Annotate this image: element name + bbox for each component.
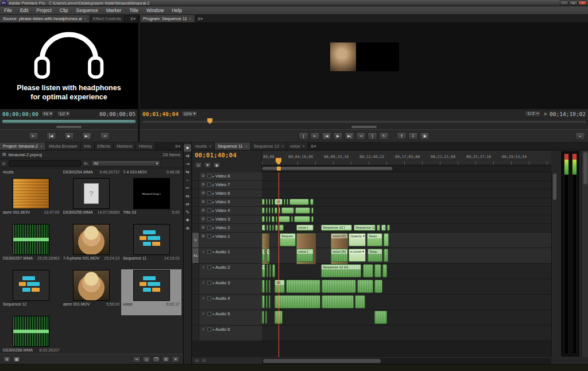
timeline-clip-s[interactable]: S (262, 225, 265, 231)
scrollbar-thumb[interactable] (583, 152, 587, 184)
program-scrub-area[interactable] (140, 118, 588, 125)
tab-history[interactable]: History (136, 142, 155, 150)
source-patch-indicator[interactable]: V (192, 233, 199, 248)
timeline-clip[interactable] (262, 216, 265, 222)
timeline-clip[interactable] (266, 280, 268, 293)
close-tab-icon[interactable]: × (245, 144, 247, 148)
tab-media-browser[interactable]: Media Browser (46, 142, 81, 150)
timeline-clip[interactable] (374, 280, 382, 293)
hand-tool[interactable]: ❖ (184, 217, 191, 224)
zoom-handle[interactable] (56, 126, 82, 128)
source-scrub-area[interactable] (0, 118, 138, 125)
timeline-clip[interactable] (272, 207, 273, 214)
tab-effect-controls[interactable]: Effect Controls (90, 15, 125, 22)
menu-project[interactable]: Project (32, 6, 55, 14)
menu-window[interactable]: Window (142, 6, 168, 14)
track-header-audio-6[interactable]: ♪▾Audio 6 (192, 326, 262, 341)
timeline-clip[interactable] (382, 264, 387, 277)
expand-track-chevron[interactable]: ▸ (212, 200, 214, 204)
set-out-button[interactable]: } (368, 132, 377, 140)
menu-file[interactable]: File (0, 6, 16, 14)
timeline-clip[interactable] (311, 207, 314, 214)
timeline-clip[interactable] (276, 216, 277, 222)
timeline-clip[interactable] (266, 199, 268, 205)
scrollbar-thumb[interactable] (263, 359, 381, 363)
sequence-tab-sequence-11[interactable]: Sequence 11× (215, 142, 251, 150)
play-button[interactable]: ▶ (333, 132, 343, 140)
source-patch-indicator[interactable] (192, 279, 199, 294)
timeline-clip-s[interactable]: S (262, 264, 265, 277)
timeline-clip[interactable] (269, 295, 270, 308)
source-patch-indicator[interactable] (192, 295, 199, 310)
timeline-clip-sequ[interactable]: Sequ (368, 249, 382, 262)
source-patch-indicator[interactable] (192, 215, 199, 223)
timeline-clip[interactable] (286, 280, 320, 293)
lock-track-toggle[interactable] (207, 208, 211, 212)
expand-track-chevron[interactable]: ▸ (212, 191, 214, 195)
track-header-audio-1[interactable]: A1♪▾Audio 1 (192, 248, 262, 264)
project-item-asmr-001-mov[interactable]: asmr 001.MOV5;56;00 (61, 269, 122, 315)
project-item-ds300257-wma[interactable]: DS300257.WMA15;05;18963 (1, 223, 61, 269)
lock-track-toggle[interactable] (207, 250, 211, 254)
timeline-clip-voice-a[interactable]: voice [A] (331, 249, 348, 262)
rate-stretch-tool[interactable]: ⇔ (184, 176, 191, 184)
filter-select[interactable]: All ▾ (91, 160, 160, 167)
source-patch-indicator[interactable] (192, 264, 199, 279)
menu-marker[interactable]: Marker (102, 6, 125, 14)
extract-button[interactable]: ↧ (408, 132, 418, 140)
razor-tool[interactable]: ✂ (184, 184, 191, 192)
scrollbar-thumb[interactable] (553, 173, 556, 200)
selection-tool[interactable]: ➤ (184, 144, 191, 152)
timeline-clip[interactable] (266, 216, 268, 222)
timeline-current-timecode[interactable]: 00;01;40;04 (195, 152, 237, 159)
timeline-clip[interactable] (278, 216, 290, 222)
timeline-clip[interactable] (269, 280, 270, 293)
timeline-clip[interactable] (289, 199, 309, 205)
fit-select[interactable]: Fit▾ (41, 111, 54, 117)
expand-track-chevron[interactable]: ▾ (212, 234, 214, 238)
timeline-clip-sequen[interactable]: Sequen (280, 233, 296, 246)
goto-out-button[interactable]: ⇥ (356, 132, 366, 140)
timeline-clip[interactable] (274, 295, 320, 308)
timeline-clip[interactable] (272, 225, 274, 231)
export-frame-button[interactable]: ▣ (420, 132, 430, 140)
timeline-clip[interactable] (266, 207, 268, 214)
timeline-clip[interactable] (295, 207, 310, 214)
work-area-segment[interactable] (262, 167, 393, 171)
track-header-video-4[interactable]: ⊙▸Video 4 (192, 207, 262, 215)
toggle-track-output-icon[interactable]: ⊙ (200, 217, 206, 221)
track-header-audio-5[interactable]: ♪▾Audio 5 (192, 310, 262, 326)
zoom-out-button[interactable] (194, 358, 200, 363)
timeline-clip[interactable] (281, 207, 294, 214)
list-view-button[interactable]: ≣ (3, 356, 11, 363)
tab-project-binaural-2[interactable]: Project: binaural-2× (0, 142, 46, 150)
new-item-button[interactable]: ⊞ (162, 356, 170, 363)
goto-in-button[interactable]: ⇤ (310, 132, 320, 140)
timeline-clip[interactable] (355, 295, 365, 308)
pen-tool[interactable]: ✎ (184, 208, 191, 216)
source-patch-indicator[interactable] (192, 207, 199, 215)
automate-to-sequence-button[interactable]: ⇒ (133, 356, 141, 363)
project-item-sequence-11[interactable]: Sequence 1114;19;02 (121, 223, 181, 269)
timeline-clip[interactable] (272, 264, 275, 277)
timeline-clip[interactable] (269, 264, 271, 277)
playhead-head[interactable] (276, 158, 281, 165)
maximize-button[interactable]: ▭ (569, 1, 578, 5)
timeline-clip-e-level[interactable]: e:Level ▾ (349, 249, 366, 262)
timeline-clip-sequence-12[interactable]: Sequence 12 [ (354, 225, 376, 231)
lock-track-toggle[interactable] (207, 327, 211, 331)
toggle-track-output-icon[interactable]: ⊙ (200, 225, 206, 230)
tab-info[interactable]: Info (81, 142, 95, 150)
timeline-clip-sequence-12-a[interactable]: Sequence 12 [A] (321, 264, 361, 277)
timeline-vertical-scrollbar[interactable] (551, 172, 557, 357)
timeline-clip[interactable] (291, 216, 293, 222)
project-item-sequence-12[interactable]: Sequence 12 (1, 269, 61, 315)
lock-track-toggle[interactable] (207, 183, 211, 187)
timeline-clip-sequence-12[interactable]: Sequence 12 [ (321, 225, 352, 231)
speaker-icon[interactable]: ♪ (200, 280, 206, 284)
expand-track-chevron[interactable]: ▸ (212, 217, 214, 221)
timeline-clip-5[interactable]: 5 (266, 249, 270, 262)
button-editor-button[interactable]: + (575, 132, 585, 140)
rolling-edit-tool[interactable]: ⇆ (184, 168, 191, 176)
timeline-clip[interactable] (322, 280, 356, 293)
